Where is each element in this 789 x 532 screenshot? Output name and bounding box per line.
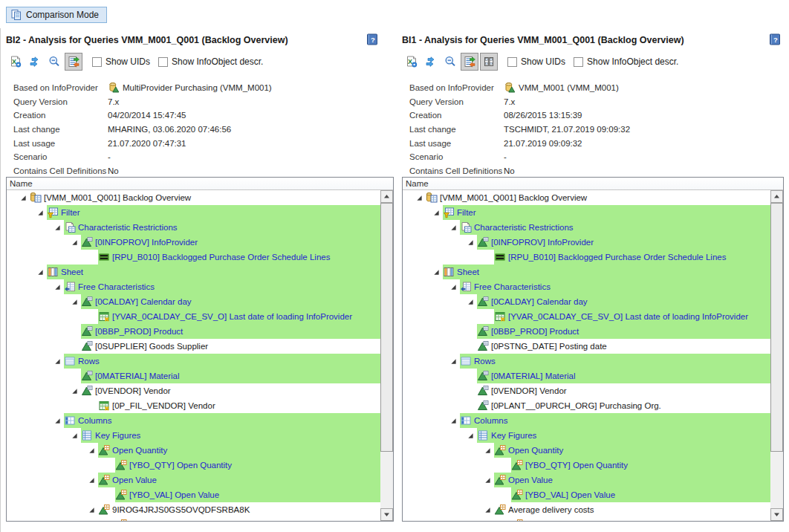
swap-arrows-button[interactable] [422, 53, 440, 71]
expander-icon[interactable] [484, 447, 491, 454]
tree-row[interactable]: [0CALDAY] Calendar day [403, 294, 770, 309]
tree-row[interactable]: Rows [403, 354, 770, 369]
tree-row[interactable]: Sheet [7, 265, 380, 279]
show-infoobject-descr-checkbox[interactable]: Show InfoObject descr. [158, 56, 263, 67]
tree-row[interactable]: [0MATERIAL] Material [7, 369, 380, 383]
comparison-mode-button[interactable]: Comparison Mode [6, 7, 107, 23]
expander-icon[interactable] [36, 268, 44, 276]
expander-icon[interactable] [36, 209, 44, 216]
swap-arrows-button[interactable] [26, 53, 44, 71]
excel-export-button[interactable]: X [7, 53, 25, 71]
expander-icon[interactable] [53, 224, 61, 231]
scroll-up-button[interactable] [380, 190, 393, 203]
scrollbar-thumb[interactable] [770, 203, 783, 452]
tree-row[interactable]: [0VENDOR] Vendor [7, 383, 380, 398]
tree-row[interactable]: Filter [403, 205, 770, 220]
zoom-out-button[interactable] [441, 53, 459, 71]
help-icon[interactable]: ? [366, 33, 378, 45]
tree-row[interactable]: [YBO_VAL] Open Value [403, 487, 770, 502]
expander-icon[interactable] [88, 447, 95, 454]
scroll-down-button[interactable] [380, 508, 393, 521]
expander-icon[interactable] [415, 194, 423, 201]
tree-row[interactable]: [VMM_M001_Q001] Backlog Overview [7, 190, 380, 205]
expander-icon[interactable] [19, 194, 27, 201]
zoom-out-button[interactable] [45, 53, 63, 71]
compare-lists-button[interactable] [461, 53, 478, 71]
tree-row[interactable]: [0PSTNG_DATE] Posting date [403, 339, 770, 354]
tree-row[interactable]: Key Figures [403, 428, 770, 443]
tree-row[interactable]: [YVAR_0CALDAY_CE_SV_O] Last date of load… [403, 309, 770, 324]
expander-icon[interactable] [71, 298, 78, 305]
show-infoobject-descr-checkbox[interactable]: Show InfoObject descr. [574, 56, 678, 67]
tree-row[interactable]: Free Characteristics [7, 279, 380, 294]
expander-icon[interactable] [88, 476, 95, 484]
expander-icon[interactable] [467, 298, 474, 305]
scrollbar-thumb[interactable] [380, 203, 393, 452]
tree-row[interactable]: [0INFOPROV] InfoProvider [403, 235, 770, 250]
tree-row[interactable]: [0BBP_PROD] Product [403, 324, 770, 339]
tree-row[interactable]: 9IROG4JRJS0GS5OVQDFSRBA8K [7, 502, 380, 517]
show-uids-checkbox[interactable]: Show UIDs [507, 56, 565, 67]
tree-row[interactable]: Columns [7, 413, 380, 428]
help-icon[interactable]: ? [769, 33, 781, 45]
scroll-down-button[interactable] [770, 508, 783, 521]
tree-row[interactable]: [0VENDOR] Vendor [403, 383, 770, 398]
expander-icon[interactable] [71, 432, 78, 439]
expander-icon[interactable] [449, 283, 457, 291]
tree-row[interactable]: [VMM_M001_Q001] Backlog Overview [403, 190, 770, 205]
tree-row[interactable]: [YVAR_0CALDAY_CE_SV_O] Last date of load… [7, 309, 380, 324]
expander-icon[interactable] [71, 239, 78, 246]
expander-icon[interactable] [484, 476, 491, 484]
tree-indent [403, 324, 477, 339]
expander-icon[interactable] [88, 506, 95, 513]
tree-row[interactable]: [YBO_QTY] Open Quantity [7, 458, 380, 473]
tree-row[interactable]: Average delivery costs [403, 502, 770, 517]
tree-row[interactable]: Sheet [403, 265, 770, 279]
tree-row[interactable]: [RPU_B010] Backlogged Purchase Order Sch… [403, 250, 770, 265]
tree-row[interactable]: [0P_FIL_VENDOR] Vendor [7, 398, 380, 413]
tree-row[interactable]: Open Quantity [403, 443, 770, 458]
tree-row[interactable]: [RPU_B010] Backlogged Purchase Order Sch… [7, 250, 380, 265]
expander-icon[interactable] [449, 357, 457, 365]
vertical-scrollbar[interactable] [770, 190, 783, 521]
excel-export-button[interactable]: X [403, 53, 421, 71]
expander-icon[interactable] [449, 224, 457, 231]
expander-icon[interactable] [484, 506, 491, 513]
tree-row[interactable]: [0SUPPLIER] Goods Supplier [7, 339, 380, 354]
tree-row[interactable]: Open Value [7, 473, 380, 487]
tree-column-header[interactable]: Name [7, 178, 393, 190]
expander-icon[interactable] [432, 268, 440, 276]
tree-row[interactable]: Columns [403, 413, 770, 428]
tree-row[interactable]: [0INFOPROV] InfoProvider [7, 235, 380, 250]
expander-icon[interactable] [432, 209, 440, 216]
expander-icon[interactable] [53, 357, 61, 365]
tree-row[interactable]: [0CALDAY] Calendar day [7, 294, 380, 309]
expander-icon[interactable] [449, 417, 457, 424]
scroll-up-button[interactable] [770, 190, 783, 203]
tree-row[interactable]: f[VMM_M001_CKF001] Average delivery cost… [7, 517, 380, 521]
compare-lists-button[interactable] [65, 53, 82, 71]
tree-row[interactable]: Filter [7, 205, 380, 220]
tree-row[interactable]: Open Quantity [7, 443, 380, 458]
expander-icon[interactable] [467, 432, 474, 439]
tree-row[interactable]: Characteristic Restrictions [7, 220, 380, 235]
tree-row[interactable]: Key Figures [7, 428, 380, 443]
tree-column-header[interactable]: Name [403, 178, 783, 190]
tree-row[interactable]: f[VMM_M001_CKF001] Average delivery cost… [403, 517, 770, 521]
tree-row[interactable]: [0MATERIAL] Material [403, 369, 770, 383]
grid-pair-button[interactable] [480, 53, 498, 71]
tree-row[interactable]: Characteristic Restrictions [403, 220, 770, 235]
tree-row[interactable]: [0BBP_PROD] Product [7, 324, 380, 339]
tree-row[interactable]: [YBO_VAL] Open Value [7, 487, 380, 502]
tree-row[interactable]: Free Characteristics [403, 279, 770, 294]
vertical-scrollbar[interactable] [380, 190, 393, 521]
expander-icon[interactable] [71, 387, 78, 395]
tree-row[interactable]: Open Value [403, 473, 770, 487]
tree-row[interactable]: [YBO_QTY] Open Quantity [403, 458, 770, 473]
tree-row[interactable]: Rows [7, 354, 380, 369]
expander-icon[interactable] [467, 239, 474, 246]
expander-icon[interactable] [53, 283, 61, 291]
expander-icon[interactable] [53, 417, 61, 424]
tree-row[interactable]: [0PLANT__0PURCH_ORG] Purchasing Org. [403, 398, 770, 413]
show-uids-checkbox[interactable]: Show UIDs [92, 56, 150, 67]
